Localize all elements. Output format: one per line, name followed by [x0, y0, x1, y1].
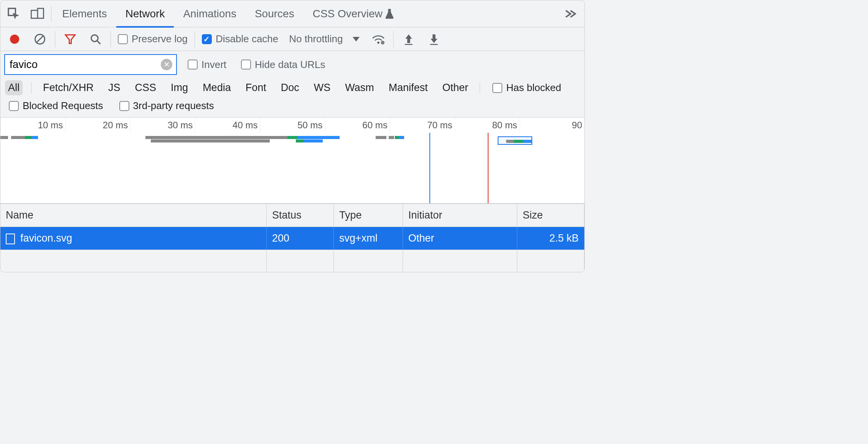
third-party-label: 3rd-party requests — [133, 100, 214, 112]
preserve-log-label: Preserve log — [132, 33, 188, 45]
svg-line-7 — [97, 40, 101, 44]
upload-har-icon[interactable] — [397, 28, 421, 51]
record-button[interactable] — [3, 28, 26, 51]
cell-type: svg+xml — [334, 227, 403, 250]
chip-media[interactable]: Media — [200, 80, 234, 95]
flask-icon — [385, 8, 394, 19]
filter-row: ✕ Invert Hide data URLs — [0, 51, 584, 78]
chip-other[interactable]: Other — [439, 80, 472, 95]
chip-ws[interactable]: WS — [311, 80, 334, 95]
network-toolbar: Preserve log Disable cache No throttling — [0, 27, 584, 51]
svg-rect-11 — [430, 44, 438, 45]
load-marker — [488, 133, 488, 203]
throttling-value: No throttling — [289, 33, 343, 45]
devtools-panel: Elements Network Animations Sources CSS … — [0, 0, 585, 272]
svg-point-6 — [91, 35, 98, 41]
cell-name: favicon.svg — [20, 232, 72, 244]
inspect-icon[interactable] — [2, 2, 26, 25]
timeline-overview[interactable]: 10 ms 20 ms 30 ms 40 ms 50 ms 60 ms 70 m… — [0, 117, 584, 204]
has-blocked-label: Has blocked — [506, 82, 561, 94]
blocked-requests-label: Blocked Requests — [23, 100, 103, 112]
tick-label: 90 — [572, 120, 582, 131]
preserve-log-checkbox[interactable]: Preserve log — [114, 33, 191, 45]
cell-size: 2.5 kB — [517, 227, 584, 250]
svg-marker-5 — [66, 35, 75, 43]
tab-animations[interactable]: Animations — [174, 0, 246, 27]
chip-css[interactable]: CSS — [132, 80, 160, 95]
tick-label: 50 ms — [297, 120, 322, 131]
tab-css-overview[interactable]: CSS Overview — [304, 0, 403, 27]
cell-status: 200 — [267, 227, 334, 250]
chip-doc[interactable]: Doc — [278, 80, 302, 95]
chip-img[interactable]: Img — [168, 80, 191, 95]
col-initiator[interactable]: Initiator — [403, 204, 517, 227]
time-ticks: 10 ms 20 ms 30 ms 40 ms 50 ms 60 ms 70 m… — [0, 118, 584, 133]
file-icon — [6, 234, 15, 244]
tick-label: 10 ms — [38, 120, 63, 131]
waterfall-bars — [0, 136, 584, 147]
clear-filter-icon[interactable]: ✕ — [161, 59, 172, 70]
filter-input[interactable] — [5, 58, 161, 71]
chip-js[interactable]: JS — [105, 80, 124, 95]
chip-font[interactable]: Font — [243, 80, 269, 95]
chip-manifest[interactable]: Manifest — [386, 80, 431, 95]
domcontentloaded-marker — [429, 133, 430, 203]
disable-cache-label: Disable cache — [216, 33, 278, 45]
divider — [51, 6, 51, 22]
col-type[interactable]: Type — [334, 204, 403, 227]
search-icon[interactable] — [84, 28, 107, 51]
col-size[interactable]: Size — [517, 204, 584, 227]
network-conditions-icon[interactable] — [366, 28, 390, 51]
third-party-checkbox[interactable]: 3rd-party requests — [116, 100, 218, 112]
filter-toggle-icon[interactable] — [58, 28, 82, 51]
chip-all[interactable]: All — [5, 80, 23, 95]
invert-checkbox[interactable]: Invert — [184, 59, 230, 71]
chip-wasm[interactable]: Wasm — [342, 80, 377, 95]
divider — [393, 31, 394, 47]
extra-filters-row: Blocked Requests 3rd-party requests — [0, 100, 584, 117]
cell-initiator: Other — [403, 227, 517, 250]
hide-data-urls-label: Hide data URLs — [255, 59, 325, 71]
clear-button[interactable] — [28, 28, 52, 51]
tick-label: 70 ms — [427, 120, 452, 131]
chevron-down-icon — [353, 37, 360, 41]
svg-rect-10 — [405, 44, 413, 45]
throttling-select[interactable]: No throttling — [284, 33, 365, 45]
has-blocked-checkbox[interactable]: Has blocked — [488, 82, 565, 94]
selection-highlight — [498, 136, 532, 145]
filter-input-wrap: ✕ — [4, 54, 177, 75]
blocked-requests-checkbox[interactable]: Blocked Requests — [5, 100, 107, 112]
tabs-overflow-icon[interactable] — [559, 2, 583, 25]
tab-sources[interactable]: Sources — [246, 0, 304, 27]
tab-elements[interactable]: Elements — [53, 0, 116, 27]
tab-network[interactable]: Network — [116, 0, 174, 27]
tick-label: 60 ms — [362, 120, 387, 131]
resource-type-filters: All Fetch/XHR JS CSS Img Media Font Doc … — [0, 78, 584, 100]
divider — [480, 82, 480, 94]
tab-css-overview-label: CSS Overview — [313, 8, 383, 20]
divider — [55, 31, 55, 47]
divider — [31, 82, 31, 94]
download-har-icon[interactable] — [422, 28, 446, 51]
col-status[interactable]: Status — [267, 204, 334, 227]
col-name[interactable]: Name — [0, 204, 267, 227]
svg-rect-2 — [38, 8, 43, 18]
svg-line-4 — [36, 36, 43, 43]
tick-label: 40 ms — [233, 120, 257, 131]
tick-label: 20 ms — [103, 120, 128, 131]
svg-point-8 — [378, 41, 380, 44]
divider — [195, 31, 195, 47]
tabs-row: Elements Network Animations Sources CSS … — [0, 0, 584, 27]
disable-cache-checkbox[interactable]: Disable cache — [198, 33, 282, 45]
tick-label: 30 ms — [168, 120, 193, 131]
hide-data-urls-checkbox[interactable]: Hide data URLs — [237, 59, 329, 71]
invert-label: Invert — [201, 59, 226, 71]
chip-fetch-xhr[interactable]: Fetch/XHR — [40, 80, 97, 95]
divider — [111, 31, 111, 47]
tick-label: 80 ms — [492, 120, 517, 131]
requests-table: Name Status Type Initiator Size favicon.… — [0, 204, 584, 272]
device-toggle-icon[interactable] — [26, 2, 50, 25]
